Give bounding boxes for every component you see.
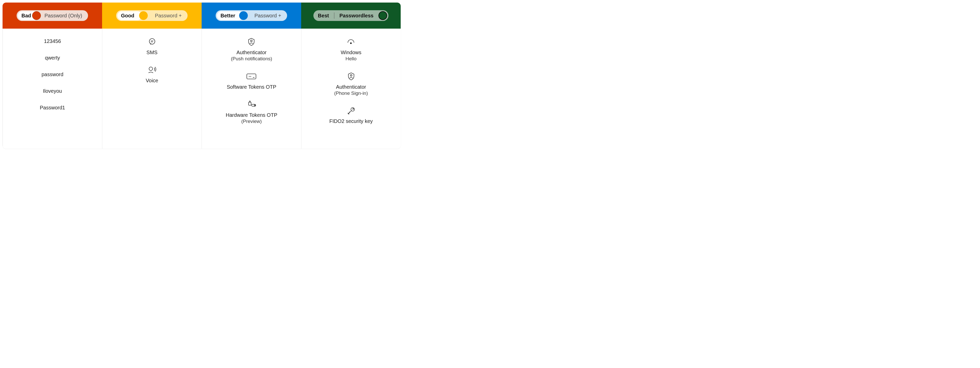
item-sublabel: (Push notifications): [231, 56, 272, 62]
svg-point-4: [251, 40, 252, 42]
svg-point-13: [351, 107, 355, 111]
security-key-icon: [346, 106, 356, 116]
badge-good: Good: [118, 11, 142, 20]
desc-good: Password +: [151, 13, 186, 19]
item-fido2-key: FIDO2 security key: [329, 106, 372, 125]
item-label: Windows: [341, 49, 361, 56]
svg-point-12: [350, 74, 352, 76]
header-best: Best Passwordless: [301, 3, 401, 29]
svg-point-3: [149, 67, 153, 70]
header-good: Good Password +: [102, 3, 202, 29]
body-bad: 123456 qwerty password Iloveyou Password…: [3, 29, 102, 149]
otp-card-icon: ✕✕: [246, 71, 257, 82]
svg-text:✕✕: ✕✕: [248, 75, 251, 78]
bad-password-item: Password1: [40, 105, 65, 110]
authenticator-icon: [347, 71, 355, 82]
item-voice: Voice: [146, 65, 158, 84]
item-label: Voice: [146, 77, 158, 84]
pill-good: Good Password +: [116, 10, 188, 21]
item-authenticator-push: Authenticator (Push notifications): [231, 37, 272, 62]
body-good: SMS Voice: [102, 29, 202, 149]
item-authenticator-phone: Authenticator (Phone Sign-in): [334, 71, 368, 97]
item-sublabel: (Phone Sign-in): [334, 90, 368, 97]
authenticator-icon: [248, 37, 255, 47]
bad-password-item: qwerty: [45, 55, 60, 61]
voice-icon: [147, 65, 157, 75]
item-label: Software Tokens OTP: [227, 83, 276, 90]
item-software-token: ✕✕ Software Tokens OTP: [227, 71, 276, 90]
item-label: Authenticator: [336, 83, 366, 90]
hardware-token-icon: [246, 99, 257, 110]
svg-point-10: [254, 105, 255, 106]
item-label: Hardware Tokens OTP: [226, 112, 277, 118]
bad-password-item: password: [41, 72, 64, 77]
divider-best: [334, 13, 334, 19]
item-label: SMS: [146, 49, 158, 56]
body-best: Windows Hello Authenticator (Phone Sign-…: [301, 29, 401, 149]
item-label: FIDO2 security key: [329, 118, 372, 125]
desc-better: Password +: [251, 13, 286, 19]
svg-point-11: [350, 42, 352, 44]
badge-best: Best: [318, 13, 329, 19]
auth-spectrum-grid: Bad Password (Only) Good Password + Bett…: [3, 3, 401, 149]
knob-better: [239, 11, 248, 20]
knob-best: [379, 11, 387, 20]
bad-password-list: 123456 qwerty password Iloveyou Password…: [40, 37, 65, 110]
item-sublabel: Hello: [345, 56, 356, 62]
chat-bubble-icon: [148, 37, 156, 47]
pill-bad: Bad Password (Only): [17, 10, 88, 21]
knob-bad: [32, 11, 41, 20]
item-windows-hello: Windows Hello: [341, 37, 361, 62]
item-label: Authenticator: [237, 49, 267, 56]
body-better: Authenticator (Push notifications) ✕✕ So…: [202, 29, 301, 149]
item-sublabel: (Preview): [241, 118, 262, 125]
bad-password-item: Iloveyou: [43, 88, 62, 94]
svg-point-0: [149, 38, 155, 44]
header-bad: Bad Password (Only): [3, 3, 102, 29]
windows-hello-icon: [346, 37, 356, 47]
bad-password-item: 123456: [44, 38, 61, 44]
pill-better: Better Password +: [216, 10, 287, 21]
desc-best: Passwordless: [339, 13, 373, 19]
desc-bad: Password (Only): [41, 13, 87, 19]
item-hardware-token: Hardware Tokens OTP (Preview): [226, 99, 277, 125]
svg-rect-8: [248, 102, 251, 105]
header-better: Better Password +: [202, 3, 301, 29]
knob-good: [139, 11, 148, 20]
pill-best: Best Passwordless: [313, 10, 389, 21]
svg-point-14: [353, 109, 354, 110]
item-sms: SMS: [146, 37, 158, 56]
svg-rect-5: [247, 74, 256, 79]
